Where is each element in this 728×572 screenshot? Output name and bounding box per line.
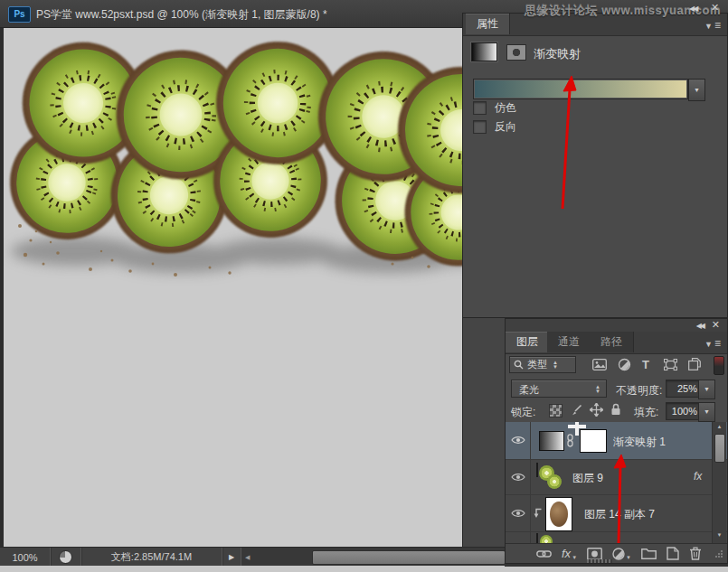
layer-row-partial[interactable] bbox=[506, 532, 727, 543]
filter-kind-dropdown[interactable]: 类型 ▲▼ bbox=[509, 356, 576, 373]
tab-layers[interactable]: 图层 bbox=[506, 332, 550, 352]
lock-fill-row: 锁定: 填充: 100% ▼ bbox=[506, 400, 727, 423]
layers-panel-menu-icon[interactable]: ▼≡ bbox=[704, 337, 721, 350]
layer-thumbnail[interactable] bbox=[536, 533, 538, 543]
filter-kind-label: 类型 bbox=[527, 358, 547, 371]
opacity-label: 不透明度: bbox=[616, 383, 662, 399]
layers-panel-header: ◀◀ ✕ bbox=[506, 319, 727, 332]
dither-label: 仿色 bbox=[495, 100, 516, 116]
new-layer-button[interactable] bbox=[667, 547, 679, 560]
fill-label: 填充: bbox=[634, 405, 658, 420]
layer-name[interactable]: 渐变映射 1 bbox=[613, 435, 666, 450]
document-size-info: 文档:2.85M/74.1M bbox=[81, 548, 222, 567]
layers-collapse-icon[interactable]: ◀◀ bbox=[696, 322, 704, 330]
photoshop-window: Ps PS学堂 www.52psxt.psd @ 100% (渐变映射 1, 图… bbox=[0, 0, 728, 572]
status-flyout-button[interactable]: ▶ bbox=[222, 548, 241, 567]
status-pie-icon bbox=[51, 548, 81, 567]
new-adjustment-layer-button[interactable]: ▼ bbox=[612, 548, 631, 560]
collapse-panels-icon[interactable]: ◀◀ bbox=[689, 5, 696, 13]
close-panel-icon[interactable]: ✕ bbox=[711, 2, 719, 14]
visibility-eye-icon[interactable] bbox=[511, 435, 525, 445]
layer-row-layer9[interactable]: 图层 9 fx ▼ bbox=[506, 460, 727, 495]
fill-value-field[interactable]: 100% bbox=[666, 402, 702, 420]
filter-pixel-layers-icon[interactable] bbox=[592, 359, 607, 370]
blend-opacity-row: 柔光 ▲▼ 不透明度: 25% ▼ bbox=[506, 377, 727, 400]
clipping-mask-arrow-icon bbox=[532, 507, 543, 519]
ps-app-icon[interactable]: Ps bbox=[8, 6, 31, 23]
properties-panel: 属性 ▼≡ 渐变映射 ▼ 仿色 反向 bbox=[462, 13, 728, 318]
visibility-eye-icon[interactable] bbox=[511, 472, 525, 483]
mask-link-chain-icon[interactable] bbox=[566, 434, 574, 447]
gradient-map-thumbnail[interactable] bbox=[539, 431, 564, 451]
layer-thumbnail[interactable] bbox=[536, 463, 538, 477]
kiwi-artwork bbox=[4, 27, 462, 289]
search-icon bbox=[514, 360, 524, 370]
layer-mask-badge-icon[interactable] bbox=[506, 44, 526, 61]
scroll-down-arrow-icon[interactable]: ▼ bbox=[713, 532, 726, 538]
layer-name[interactable]: 图层 14 副本 7 bbox=[584, 507, 655, 522]
horizontal-scrollbar[interactable]: ◀ bbox=[241, 548, 505, 567]
document-title: PS学堂 www.52psxt.psd @ 100% (渐变映射 1, 图层蒙版… bbox=[36, 7, 327, 23]
reverse-label: 反向 bbox=[495, 119, 516, 135]
lock-position-icon[interactable] bbox=[590, 403, 603, 417]
scroll-up-arrow-icon[interactable]: ▲ bbox=[713, 424, 726, 429]
new-group-folder-button[interactable] bbox=[641, 548, 657, 559]
panel-resize-grip[interactable] bbox=[714, 549, 723, 558]
fill-dropdown-button[interactable]: ▼ bbox=[698, 402, 715, 422]
reverse-checkbox[interactable] bbox=[473, 120, 487, 134]
delete-layer-trash-button[interactable] bbox=[689, 547, 702, 560]
tab-channels[interactable]: 通道 bbox=[547, 332, 591, 352]
layer-filtering-toggle[interactable] bbox=[714, 356, 724, 375]
filter-smart-objects-icon[interactable] bbox=[688, 358, 701, 370]
link-layers-button[interactable] bbox=[536, 549, 552, 558]
panel-drag-handle[interactable] bbox=[587, 559, 612, 563]
layer-thumbnail[interactable] bbox=[545, 497, 572, 531]
visibility-eye-icon[interactable] bbox=[511, 508, 525, 519]
gradient-map-bar[interactable] bbox=[473, 79, 688, 99]
blend-mode-dropdown[interactable]: 柔光 ▲▼ bbox=[511, 380, 607, 398]
tab-paths[interactable]: 路径 bbox=[590, 332, 634, 352]
scroll-left-arrow-icon[interactable]: ◀ bbox=[245, 554, 250, 561]
filter-shape-layers-icon[interactable] bbox=[664, 359, 677, 370]
layers-close-icon[interactable]: ✕ bbox=[712, 319, 720, 331]
layers-panel: ◀◀ ✕ 图层 通道 路径 ▼≡ 类型 ▲▼ bbox=[505, 318, 728, 564]
tab-properties[interactable]: 属性 bbox=[466, 14, 510, 34]
layer-name[interactable]: 图层 9 bbox=[572, 471, 603, 486]
blend-mode-value: 柔光 bbox=[519, 384, 539, 395]
gradient-map-adjustment-icon[interactable] bbox=[471, 42, 497, 61]
filter-adjustment-layers-icon[interactable] bbox=[618, 358, 631, 371]
layer-filter-row: 类型 ▲▼ T bbox=[506, 353, 727, 377]
window-bottom-edge bbox=[0, 566, 728, 572]
gradient-picker-dropdown-button[interactable]: ▼ bbox=[688, 79, 705, 101]
filter-type-layers-icon[interactable]: T bbox=[642, 358, 649, 371]
lock-label: 锁定: bbox=[511, 405, 535, 420]
layer-list: 渐变映射 1 图层 9 fx ▼ bbox=[506, 422, 727, 543]
opacity-dropdown-button[interactable]: ▼ bbox=[698, 380, 715, 399]
opacity-value-field[interactable]: 25% bbox=[666, 380, 702, 398]
adjustment-title: 渐变映射 bbox=[534, 46, 581, 62]
document-canvas[interactable] bbox=[4, 27, 462, 547]
layers-vertical-scrollbar[interactable]: ▲ ▼ bbox=[712, 422, 726, 543]
lock-all-padlock-icon[interactable] bbox=[610, 403, 621, 416]
layer-row-gradient-map[interactable]: 渐变映射 1 bbox=[506, 422, 727, 460]
status-bar: 100% 文档:2.85M/74.1M ▶ ◀ bbox=[0, 547, 505, 567]
layer-style-fx-button[interactable]: fx▼ bbox=[562, 547, 577, 560]
dither-checkbox[interactable] bbox=[473, 101, 487, 115]
panel-dock-background bbox=[462, 318, 505, 547]
lock-transparency-icon[interactable] bbox=[549, 404, 563, 417]
layers-scrollbar-thumb[interactable] bbox=[714, 434, 725, 463]
layer-row-layer14-copy7[interactable]: 图层 14 副本 7 bbox=[506, 495, 727, 532]
zoom-level[interactable]: 100% bbox=[0, 548, 51, 567]
lock-pixels-brush-icon[interactable] bbox=[570, 404, 582, 417]
horizontal-scrollbar-thumb[interactable] bbox=[312, 550, 506, 565]
add-layer-mask-button[interactable] bbox=[587, 548, 602, 560]
layers-tab-bar: 图层 通道 路径 ▼≡ bbox=[506, 332, 727, 354]
properties-panel-menu-icon[interactable]: ▼≡ bbox=[704, 19, 721, 32]
layer-effects-fx-badge[interactable]: fx bbox=[694, 470, 702, 483]
layers-bottom-bar: fx▼ ▼ bbox=[506, 543, 727, 563]
